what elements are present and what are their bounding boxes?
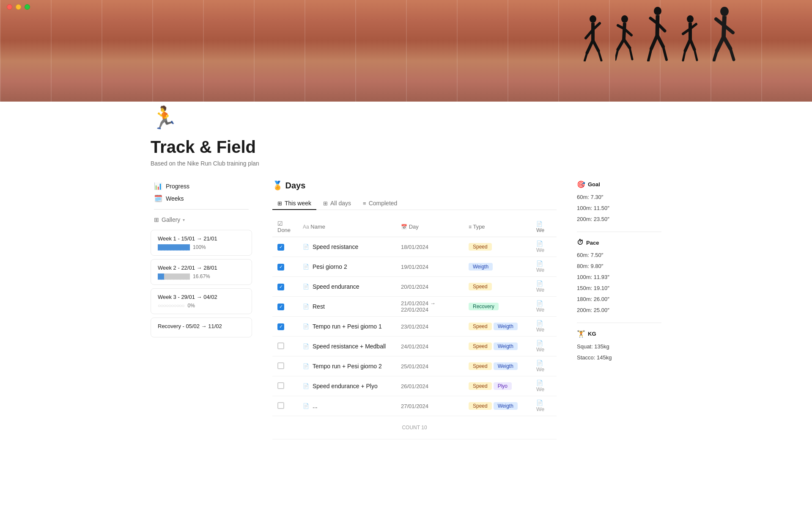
table-row[interactable]: ✓📄Tempo run + Pesi giorno 123/01/2024Spe… — [272, 317, 557, 337]
doc-icon: 📄 — [303, 284, 309, 290]
type-tag: Weigth — [494, 362, 518, 370]
th-name: Aa Name — [298, 217, 396, 237]
week-card-2-title: Week 2 - 22/01 → 28/01 — [158, 265, 245, 271]
row-week-4: 📄 We — [531, 317, 557, 337]
table-row[interactable]: 📄Speed endurance + Plyo26/01/2024SpeedPl… — [272, 376, 557, 396]
week-card-1[interactable]: Week 1 - 15/01 → 21/01 ██████████ 100% — [151, 230, 252, 256]
gallery-header[interactable]: ⊞ Gallery ▾ — [151, 215, 252, 225]
type-tag: Speed — [469, 323, 492, 330]
right-data-item: 60m: 7.50″ — [577, 250, 661, 261]
right-data-item: Squat: 135kg — [577, 341, 661, 352]
doc-icon: 📄 — [303, 343, 309, 349]
svg-line-4 — [587, 40, 593, 53]
main-layout: 📊 Progress 🗓️ Weeks ⊞ Gallery ▾ Week 1 -… — [151, 180, 661, 439]
table-row[interactable]: ✓📄Rest21/01/2024 → 22/01/2024Recovery📄 W… — [272, 297, 557, 317]
progress-icon: 📊 — [154, 182, 162, 190]
svg-line-29 — [690, 39, 694, 50]
row-day-8: 27/01/2024 — [396, 396, 464, 416]
row-type-7: SpeedPlyo — [464, 376, 531, 396]
svg-point-24 — [687, 15, 694, 23]
minimize-button[interactable] — [16, 4, 21, 10]
week-card-3[interactable]: Week 3 - 29/01 → 04/02 ○○○○○○○○○○ 0% — [151, 288, 252, 314]
type-tag: Speed — [469, 283, 492, 290]
table-row[interactable]: 📄...27/01/2024SpeedWeigth📄 We — [272, 396, 557, 416]
left-sidebar: 📊 Progress 🗓️ Weeks ⊞ Gallery ▾ Week 1 -… — [151, 180, 252, 341]
row-name-1: 📄Pesi giorno 2 — [303, 263, 391, 270]
runner-silhouette-2 — [615, 15, 634, 61]
type-tag: Speed — [469, 382, 492, 390]
week-card-2-progress: ██████████ 16.67% — [158, 273, 245, 279]
row-name-7: 📄Speed endurance + Plyo — [303, 383, 391, 389]
table-row[interactable]: ✓📄Pesi giorno 219/01/2024Weigth📄 We — [272, 257, 557, 277]
gallery-label: Gallery — [162, 216, 180, 223]
table-row[interactable]: 📄Tempo run + Pesi giorno 225/01/2024Spee… — [272, 356, 557, 376]
row-week-8: 📄 We — [531, 396, 557, 416]
pace-section-title: ⏱ Pace — [577, 239, 661, 246]
gallery-chevron-icon: ▾ — [183, 218, 185, 222]
row-checkbox-1[interactable]: ✓ — [277, 264, 284, 271]
row-day-3: 21/01/2024 → 22/01/2024 — [396, 297, 464, 317]
close-button[interactable] — [7, 4, 12, 10]
row-checkbox-8[interactable] — [277, 402, 284, 409]
svg-line-22 — [648, 49, 651, 61]
row-type-2: Speed — [464, 277, 531, 297]
sidebar-item-weeks[interactable]: 🗓️ Weeks — [151, 193, 252, 204]
row-week-6: 📄 We — [531, 356, 557, 376]
center-content: 🏅 Days ⊞ This week ⊞ All days ≡ Complete… — [272, 180, 557, 439]
goal-data: 60m: 7.30″100m: 11.50″200m: 23.50″ — [577, 192, 661, 225]
row-checkbox-4[interactable]: ✓ — [277, 323, 284, 330]
type-tag: Weigth — [494, 323, 518, 330]
week-1-percent: 100% — [193, 244, 206, 250]
right-data-item: 80m: 9.80″ — [577, 261, 661, 272]
row-checkbox-2[interactable]: ✓ — [277, 284, 284, 290]
maximize-button[interactable] — [25, 4, 30, 10]
row-day-7: 26/01/2024 — [396, 376, 464, 396]
week-card-2[interactable]: Week 2 - 22/01 → 28/01 ██████████ 16.67% — [151, 259, 252, 285]
week-card-4[interactable]: Recovery - 05/02 → 11/02 — [151, 318, 252, 337]
row-checkbox-0[interactable]: ✓ — [277, 244, 284, 251]
type-tag: Speed — [469, 243, 492, 251]
row-day-1: 19/01/2024 — [396, 257, 464, 277]
pace-divider — [577, 323, 661, 323]
gallery-grid-icon: ⊞ — [154, 216, 159, 223]
sidebar-item-progress-label: Progress — [166, 183, 189, 190]
week-card-3-progress: ○○○○○○○○○○ 0% — [158, 303, 245, 309]
week-2-percent: 16.67% — [193, 273, 210, 279]
row-day-2: 20/01/2024 — [396, 277, 464, 297]
table-row[interactable]: ✓📄Speed resistance18/01/2024Speed📄 We — [272, 237, 557, 257]
tab-all-days-icon: ⊞ — [323, 200, 328, 207]
table-row[interactable]: 📄Speed resistance + Medball24/01/2024Spe… — [272, 337, 557, 356]
th-week: 📄 We — [531, 217, 557, 237]
runner-silhouette-4 — [681, 15, 700, 61]
row-checkbox-6[interactable] — [277, 362, 284, 369]
tab-completed[interactable]: ≡ Completed — [358, 197, 402, 210]
row-checkbox-7[interactable] — [277, 382, 284, 389]
days-section-title: 🏅 Days — [272, 180, 557, 190]
days-tabs: ⊞ This week ⊞ All days ≡ Completed — [272, 197, 557, 210]
week-3-progress-bar: ○○○○○○○○○○ — [158, 303, 184, 309]
th-done: ☑ Done — [272, 217, 298, 237]
row-checkbox-3[interactable]: ✓ — [277, 304, 284, 310]
training-table: ☑ Done Aa Name 📅 Day ≡ — [272, 217, 557, 439]
row-name-4: 📄Tempo run + Pesi giorno 1 — [303, 323, 391, 330]
page-emoji-icon: 🏃 — [151, 105, 661, 131]
doc-icon: 📄 — [303, 363, 309, 369]
pace-icon: ⏱ — [577, 239, 584, 246]
row-checkbox-5[interactable] — [277, 342, 284, 349]
sidebar-item-progress[interactable]: 📊 Progress — [151, 180, 252, 192]
svg-line-12 — [618, 39, 624, 50]
table-row[interactable]: ✓📄Speed endurance20/01/2024Speed📄 We — [272, 277, 557, 297]
tab-this-week[interactable]: ⊞ This week — [272, 197, 316, 210]
doc-icon: 📄 — [303, 383, 309, 389]
row-name-6: 📄Tempo run + Pesi giorno 2 — [303, 363, 391, 370]
sidebar-divider — [154, 209, 249, 210]
type-tag: Recovery — [469, 303, 499, 310]
right-data-item: Stacco: 145kg — [577, 352, 661, 363]
tab-all-days[interactable]: ⊞ All days — [318, 197, 356, 210]
svg-line-21 — [657, 35, 663, 47]
row-name-0: 📄Speed resistance — [303, 243, 391, 250]
right-data-item: 100m: 11.93″ — [577, 272, 661, 283]
svg-point-32 — [720, 7, 729, 16]
type-tag: Speed — [469, 342, 492, 350]
type-tag: Plyo — [494, 382, 512, 390]
